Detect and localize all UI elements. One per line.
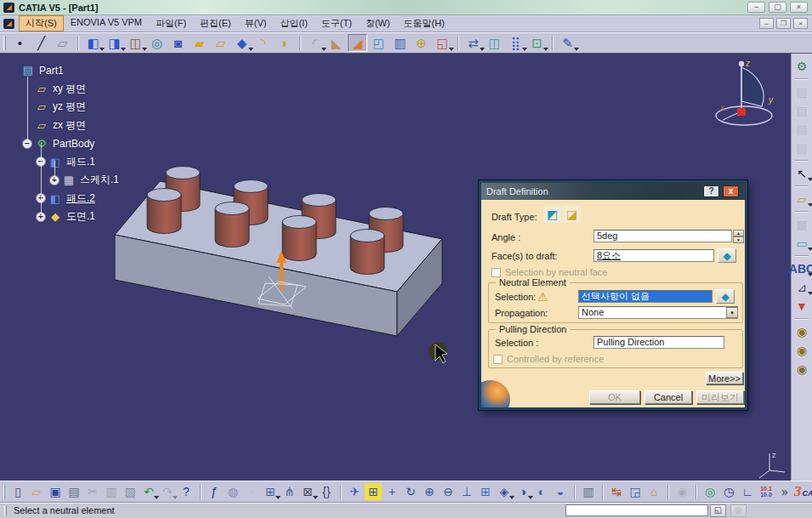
groove-icon[interactable]: ◎ xyxy=(147,34,167,52)
tree-item-xy-plane[interactable]: ▱xy 평면 xyxy=(3,80,199,99)
tree-label-pad2[interactable]: 패드.2 xyxy=(66,191,95,206)
neutral-selection-input[interactable]: 선택사항이 없음 xyxy=(578,290,713,303)
remove-face-icon[interactable]: ◱ xyxy=(433,34,452,52)
swap-visible-space-icon[interactable]: ◒ xyxy=(552,483,569,500)
hide-show-icon[interactable]: ◐ xyxy=(533,483,550,500)
zoom-out-icon[interactable]: ⊖ xyxy=(440,483,457,500)
axis-system-icon[interactable]: ∟ xyxy=(739,483,756,500)
flag-note-icon[interactable]: ⊿ xyxy=(792,279,811,296)
view-frame-icon[interactable]: ▭ xyxy=(792,235,811,252)
loft-icon[interactable]: ◝ xyxy=(253,34,273,52)
thread-icon[interactable]: ⊕ xyxy=(412,34,431,52)
menu-tools[interactable]: 도구(T) xyxy=(315,15,359,31)
tree-item-zx-plane[interactable]: ▱zx 평면 xyxy=(3,117,199,135)
fly-mode-icon[interactable]: ✈ xyxy=(346,483,363,500)
menu-window[interactable]: 창(W) xyxy=(359,15,397,31)
print-icon[interactable]: ▤ xyxy=(65,483,82,500)
tree-label-xy-plane[interactable]: xy 평면 xyxy=(53,82,86,96)
undo-icon[interactable]: ↶ xyxy=(140,483,157,500)
toolbar-grip[interactable] xyxy=(3,36,6,50)
command-input[interactable] xyxy=(565,504,708,516)
tree-label-sketch1[interactable]: 스케치.1 xyxy=(80,173,119,187)
fit-all-in-icon[interactable]: ⊞ xyxy=(365,483,382,500)
thickness-icon[interactable]: ▥ xyxy=(390,34,410,52)
select-arrow-icon[interactable]: ↖ xyxy=(792,165,811,182)
translation-icon[interactable]: ⇄ xyxy=(463,34,483,52)
update-icon[interactable]: ⚙ xyxy=(792,58,811,75)
tree-item-sketch1[interactable]: +▦스케치.1 xyxy=(3,171,199,190)
rib-icon[interactable]: ▰ xyxy=(190,34,209,52)
command-window-icon[interactable]: ◱ xyxy=(710,504,726,517)
render-shot-1-icon[interactable]: ◉ xyxy=(792,323,811,340)
tree-item-part1[interactable]: ▤Part1 xyxy=(3,61,199,80)
tree-label-yz-plane[interactable]: yz 평면 xyxy=(53,100,86,114)
neutral-picker-button[interactable]: ◆ xyxy=(716,289,735,304)
zoom-in-icon[interactable]: ⊕ xyxy=(421,483,438,500)
more-button[interactable]: More>> xyxy=(706,372,743,384)
close-icon[interactable]: × xyxy=(790,2,808,13)
render-shot-3-icon[interactable]: ◉ xyxy=(792,361,811,378)
mirror-icon[interactable]: ◫ xyxy=(485,34,504,52)
whats-this-icon[interactable]: ? xyxy=(178,483,195,500)
tree-label-draft1[interactable]: 도면.1 xyxy=(66,209,95,224)
menu-view[interactable]: 뷰(V) xyxy=(238,15,274,31)
angle-spinner[interactable]: ▲▼ xyxy=(733,230,744,242)
multi-sections-solid-icon[interactable]: ◆ xyxy=(232,34,252,52)
angle-input[interactable]: 5deg xyxy=(593,230,732,242)
quick-view-icon[interactable]: ⊞ xyxy=(477,483,494,500)
draft-constant-angle-icon[interactable]: ◩ xyxy=(543,206,561,223)
minimize-icon[interactable]: – xyxy=(747,2,765,13)
scaling-icon[interactable]: ⊡ xyxy=(527,34,547,52)
render-shot-2-icon[interactable]: ◉ xyxy=(792,342,811,359)
dialog-help-icon[interactable]: ? xyxy=(703,185,719,197)
3d-viewport[interactable]: ▤Part1▱xy 평면▱yz 평면▱zx 평면−⚙PartBody−◧패드.1… xyxy=(0,54,791,481)
open-folder-icon[interactable]: ▱ xyxy=(28,483,45,500)
rotate-icon[interactable]: ↻ xyxy=(402,483,419,500)
mdi-minimize-icon[interactable]: – xyxy=(759,18,774,29)
measure-between-icon[interactable]: ↹ xyxy=(608,483,625,500)
tree-item-pad2[interactable]: +◧패드.2 xyxy=(3,190,199,208)
draft-angle-icon[interactable]: ◢ xyxy=(348,34,367,52)
product-tree-icon[interactable]: ⋔ xyxy=(281,483,298,500)
menu-enovia[interactable]: ENOVIA V5 VPM xyxy=(64,15,149,31)
pan-icon[interactable]: + xyxy=(383,483,400,500)
plane-icon[interactable]: ▱ xyxy=(53,34,72,52)
measure-item-icon[interactable]: ◲ xyxy=(627,483,644,500)
rapid-prototyping-icon[interactable]: ▥ xyxy=(580,483,597,500)
scale-indicator-icon[interactable]: 10.110.0 xyxy=(758,483,775,500)
menu-edit[interactable]: 편집(E) xyxy=(193,15,238,31)
tree-item-partbody[interactable]: −⚙PartBody xyxy=(3,134,199,153)
parameters-icon[interactable]: {} xyxy=(318,483,335,500)
point-icon[interactable]: • xyxy=(10,34,30,52)
formula-icon[interactable]: ƒ xyxy=(206,483,223,500)
knowledge-energy-icon[interactable]: ◎ xyxy=(701,483,718,500)
paste-icon[interactable]: ▧ xyxy=(122,483,139,500)
mdi-close-icon[interactable]: × xyxy=(793,18,808,29)
hole-icon[interactable]: ◙ xyxy=(168,34,188,52)
pulling-selection-input[interactable]: Pulling Direction xyxy=(593,336,724,349)
history-clock-icon[interactable]: ◷ xyxy=(720,483,737,500)
fillet-icon[interactable]: ◜ xyxy=(305,34,325,52)
tree-label-partbody[interactable]: PartBody xyxy=(53,138,94,150)
more-toolbars-icon[interactable]: » xyxy=(776,483,793,500)
slot-icon[interactable]: ▱ xyxy=(211,34,230,52)
save-icon[interactable]: ▣ xyxy=(47,483,64,500)
tree-item-pad1[interactable]: −◧패드.1 xyxy=(3,153,199,172)
draft-reflect-line-icon[interactable]: ◪ xyxy=(563,206,581,223)
render-style-icon[interactable]: ◑ xyxy=(514,483,531,500)
chamfer-icon[interactable]: ◣ xyxy=(327,34,346,52)
measure-inertia-icon[interactable]: ⌂ xyxy=(645,483,662,500)
tree-item-yz-plane[interactable]: ▱yz 평면 xyxy=(3,98,199,117)
sketch-plane-icon[interactable]: ▱ xyxy=(792,191,811,208)
menu-file[interactable]: 파일(F) xyxy=(149,15,193,31)
shell-icon[interactable]: ◰ xyxy=(369,34,389,52)
view-compass[interactable]: z y x xyxy=(716,59,774,125)
menu-help[interactable]: 도움말(H) xyxy=(397,15,451,31)
propagation-dropdown[interactable]: None xyxy=(578,306,738,319)
cancel-button[interactable]: Cancel xyxy=(644,390,692,404)
rectangular-pattern-icon[interactable]: ⣿ xyxy=(506,34,525,52)
design-table-icon[interactable]: ⊞ xyxy=(262,483,279,500)
dialog-close-icon[interactable]: x xyxy=(723,185,739,197)
line-icon[interactable]: ╱ xyxy=(31,34,51,52)
faces-picker-button[interactable]: ◆ xyxy=(718,248,736,263)
